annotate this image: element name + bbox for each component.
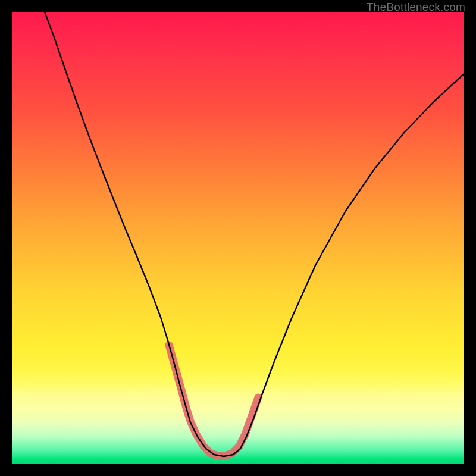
main-curve-line <box>45 12 464 456</box>
curve-overlay <box>12 12 464 464</box>
plot-frame <box>12 12 464 464</box>
